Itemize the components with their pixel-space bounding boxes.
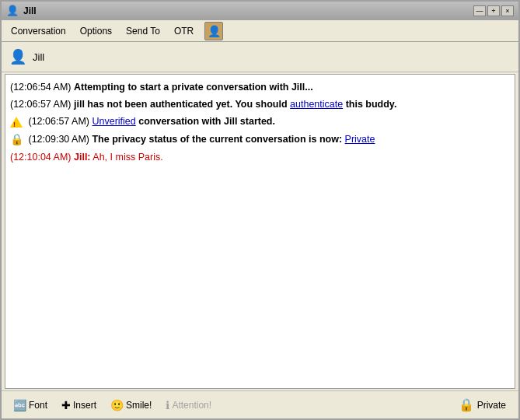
msg1-text: Attempting to start a private conversati… <box>74 82 313 93</box>
smile-button[interactable]: 🙂 Smile! <box>105 397 157 414</box>
message-3: (12:06:57 AM) Unverified conversation wi… <box>10 114 510 129</box>
private-icon: 🔒 <box>459 397 474 412</box>
msg4-timestamp: (12:09:30 AM) <box>28 134 92 145</box>
window-title: Jill <box>23 5 37 16</box>
title-bar-left: 👤 Jill <box>6 5 37 17</box>
menu-bar: Conversation Options Send To OTR 👤 <box>2 20 518 42</box>
msg4-private-link[interactable]: Private <box>345 134 375 145</box>
message-2: (12:06:57 AM) jill has not been authenti… <box>10 96 510 112</box>
contact-avatar-menu[interactable]: 👤 <box>204 22 223 40</box>
msg5-text: Ah, I miss Paris. <box>91 152 163 163</box>
font-button[interactable]: 🔤 Font <box>8 397 53 414</box>
msg1-timestamp: (12:06:54 AM) <box>10 82 74 93</box>
insert-label: Insert <box>73 400 96 411</box>
msg3-timestamp: (12:06:57 AM) <box>28 116 92 127</box>
smile-icon: 🙂 <box>110 399 124 411</box>
attention-label: Attention! <box>172 400 211 411</box>
bottom-toolbar: 🔤 Font ✚ Insert 🙂 Smile! ℹ Attention! 🔒 … <box>2 390 518 418</box>
message-5: (12:10:04 AM) Jill: Ah, I miss Paris. <box>10 149 510 165</box>
title-bar: 👤 Jill — + × <box>2 2 518 20</box>
window-icon: 👤 <box>6 5 19 17</box>
private-button[interactable]: 🔒 Private <box>452 395 512 415</box>
title-bar-controls: — + × <box>473 5 514 16</box>
close-button[interactable]: × <box>501 5 514 16</box>
contact-header: 👤 Jill <box>2 42 518 72</box>
attention-icon: ℹ <box>166 399 169 411</box>
contact-name: Jill <box>33 51 44 63</box>
menu-item-options[interactable]: Options <box>74 23 118 39</box>
maximize-button[interactable]: + <box>487 5 500 16</box>
minimize-button[interactable]: — <box>473 5 486 16</box>
msg5-sender: Jill: <box>74 152 91 163</box>
message-4: 🔒 (12:09:30 AM) The privacy status of th… <box>10 131 510 148</box>
insert-icon: ✚ <box>61 399 71 411</box>
font-label: Font <box>29 400 47 411</box>
chat-area[interactable]: (12:06:54 AM) Attempting to start a priv… <box>5 74 515 389</box>
menu-item-conversation[interactable]: Conversation <box>5 23 72 39</box>
menu-item-otr[interactable]: OTR <box>168 23 200 39</box>
msg5-timestamp: (12:10:04 AM) <box>10 152 74 163</box>
insert-button[interactable]: ✚ Insert <box>56 397 102 414</box>
attention-button[interactable]: ℹ Attention! <box>160 397 217 414</box>
private-label: Private <box>477 400 506 411</box>
font-icon: 🔤 <box>13 399 26 411</box>
msg2-authenticate-link[interactable]: authenticate <box>290 99 343 110</box>
msg3-unverified-link[interactable]: Unverified <box>92 116 135 127</box>
msg2-text: jill has not been authenticated yet. You… <box>74 99 290 110</box>
menu-item-sendto[interactable]: Send To <box>120 23 166 39</box>
msg2-after: this buddy. <box>343 99 396 110</box>
msg4-text: The privacy status of the current conver… <box>92 134 344 145</box>
lock-icon: 🔒 <box>10 131 23 148</box>
warning-icon <box>10 117 23 128</box>
msg3-after: conversation with Jill started. <box>136 116 275 127</box>
smile-label: Smile! <box>126 400 152 411</box>
main-window: 👤 Jill — + × Conversation Options Send T… <box>0 0 520 420</box>
msg2-timestamp: (12:06:57 AM) <box>10 99 74 110</box>
message-1: (12:06:54 AM) Attempting to start a priv… <box>10 79 510 95</box>
contact-avatar: 👤 <box>9 48 26 65</box>
